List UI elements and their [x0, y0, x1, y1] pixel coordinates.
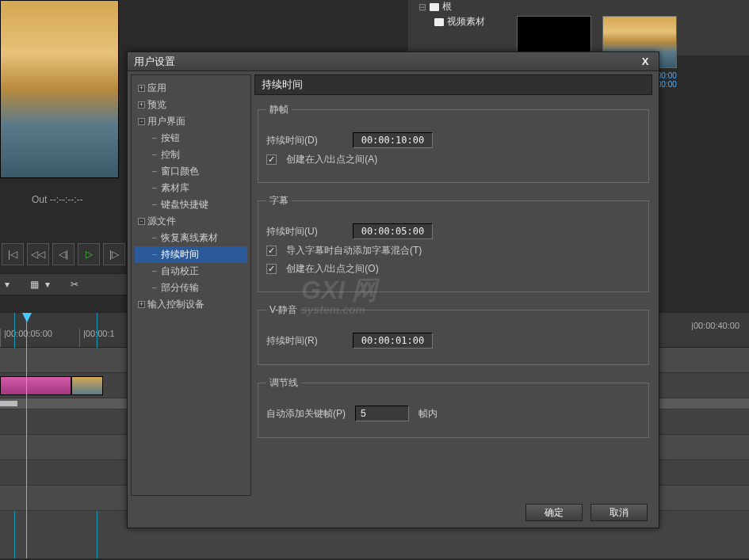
group-still: 静帧 持续时间(D) 00:00:10:00 ✓ 创建在入/出点之间(A) — [258, 103, 649, 183]
group-subtitle: 字幕 持续时间(U) 00:00:05:00 ✓ 导入字幕时自动添加字幕混合(T… — [258, 194, 649, 292]
still-inout-checkbox[interactable]: ✓ — [266, 154, 277, 165]
expand-icon[interactable]: + — [138, 301, 145, 308]
group-subtitle-legend: 字幕 — [266, 194, 292, 208]
bin-root[interactable]: ⊟ 根 — [404, 0, 503, 13]
user-settings-dialog: 用户设置 X +应用 +预览 -用户界面 按钮 控制 窗口颜色 素材库 键盘快捷… — [127, 51, 659, 528]
scissors-icon[interactable]: ✂ — [71, 279, 78, 290]
tree-node-library[interactable]: 素材库 — [135, 180, 247, 196]
bin-tree[interactable]: ⊟ 根 视频素材 — [404, 0, 503, 40]
go-start-button[interactable]: |◁ — [2, 243, 24, 265]
still-inout-label: 创建在入/出点之间(A) — [286, 153, 377, 166]
tree-node-window-color[interactable]: 窗口颜色 — [135, 163, 247, 180]
ok-button[interactable]: 确定 — [525, 504, 583, 521]
tree-node-app[interactable]: +应用 — [135, 80, 247, 97]
tree-node-button[interactable]: 按钮 — [135, 130, 247, 147]
bin-root-label: 根 — [442, 0, 452, 13]
ruler-tick: |00:00:05:00 — [0, 329, 79, 347]
tree-node-duration[interactable]: 持续时间 — [135, 246, 247, 263]
vmute-duration-field[interactable]: 00:00:01:00 — [353, 333, 433, 349]
settings-tree[interactable]: +应用 +预览 -用户界面 按钮 控制 窗口颜色 素材库 键盘快捷键 -源文件 … — [131, 74, 251, 496]
auto-keyframe-label: 自动添加关键帧(P) — [266, 407, 346, 421]
tree-node-ui[interactable]: -用户界面 — [135, 113, 247, 130]
bin-child-label: 视频素材 — [447, 15, 485, 29]
group-still-legend: 静帧 — [266, 103, 292, 116]
sub-duration-field[interactable]: 00:00:05:00 — [353, 223, 433, 239]
video-preview — [0, 0, 119, 178]
tree-node-source[interactable]: -源文件 — [135, 213, 247, 230]
settings-content: 持续时间 静帧 持续时间(D) 00:00:10:00 ✓ 创建在入/出点之间(… — [254, 71, 659, 499]
dialog-title: 用户设置 — [134, 55, 175, 69]
dialog-footer: 确定 取消 — [128, 499, 659, 526]
dropdown-icon[interactable]: ▾ — [45, 279, 50, 290]
tree-node-input-device[interactable]: +输入控制设备 — [135, 296, 247, 313]
close-button[interactable]: X — [638, 55, 652, 68]
sub-automix-checkbox[interactable]: ✓ — [266, 246, 277, 256]
group-vmute: V-静音 持续时间(R) 00:00:01:00 — [258, 303, 649, 365]
expand-icon[interactable]: + — [138, 85, 145, 92]
step-fwd-button[interactable]: |▷ — [103, 243, 125, 265]
vmute-duration-label: 持续时间(R) — [266, 334, 318, 348]
group-vmute-legend: V-静音 — [266, 303, 300, 317]
tree-node-auto-correct[interactable]: 自动校正 — [135, 263, 247, 280]
sub-inout-label: 创建在入/出点之间(O) — [286, 262, 379, 276]
edit-toolbar: ▾ ▦ ▾ ✂ — [0, 273, 127, 295]
section-header: 持续时间 — [254, 74, 652, 95]
play-button[interactable]: ▷ — [78, 243, 100, 265]
clip-image[interactable] — [71, 376, 103, 395]
step-back-button[interactable]: ◁| — [52, 243, 75, 265]
group-rubberband: 调节线 自动添加关键帧(P) 5 帧内 — [258, 376, 649, 438]
sub-inout-checkbox[interactable]: ✓ — [266, 264, 277, 274]
sub-duration-label: 持续时间(U) — [266, 225, 318, 238]
tree-node-control[interactable]: 控制 — [135, 147, 247, 163]
rewind-button[interactable]: ◁◁ — [27, 243, 49, 265]
dialog-titlebar[interactable]: 用户设置 X — [128, 52, 659, 71]
clip-magenta[interactable] — [0, 376, 71, 395]
folder-icon — [434, 18, 444, 26]
transition-handle[interactable] — [0, 401, 17, 406]
group-rubberband-legend: 调节线 — [266, 376, 301, 390]
expand-icon[interactable]: + — [138, 101, 145, 109]
collapse-icon[interactable]: - — [138, 218, 145, 225]
playhead-marker[interactable] — [22, 313, 32, 322]
cancel-button[interactable]: 取消 — [590, 504, 648, 521]
still-duration-label: 持续时间(D) — [266, 134, 318, 147]
tree-node-preview[interactable]: +预览 — [135, 97, 247, 113]
out-label: Out — [32, 194, 47, 205]
transport-controls: |◁ ◁◁ ◁| ▷ |▷ — [0, 242, 127, 267]
auto-keyframe-suffix: 帧内 — [418, 407, 438, 421]
playhead-line — [26, 313, 27, 558]
auto-keyframe-field[interactable]: 5 — [355, 406, 409, 421]
sub-automix-label: 导入字幕时自动添加字幕混合(T) — [286, 244, 422, 257]
out-point-readout: Out --:--:--:-- — [0, 194, 127, 210]
collapse-icon[interactable]: - — [138, 118, 145, 125]
folder-icon — [430, 3, 439, 11]
out-value: --:--:--:-- — [50, 194, 83, 205]
save-icon[interactable]: ▦ — [30, 279, 39, 290]
tree-node-restore-offline[interactable]: 恢复离线素材 — [135, 230, 247, 246]
ruler-tick-right: |00:00:40:00 — [691, 321, 739, 330]
bin-child[interactable]: 视频素材 — [404, 15, 503, 29]
dropdown-icon[interactable]: ▾ — [5, 279, 10, 290]
tree-node-partial-transfer[interactable]: 部分传输 — [135, 280, 247, 296]
tree-node-hotkeys[interactable]: 键盘快捷键 — [135, 196, 247, 213]
still-duration-field[interactable]: 00:00:10:00 — [353, 132, 433, 148]
